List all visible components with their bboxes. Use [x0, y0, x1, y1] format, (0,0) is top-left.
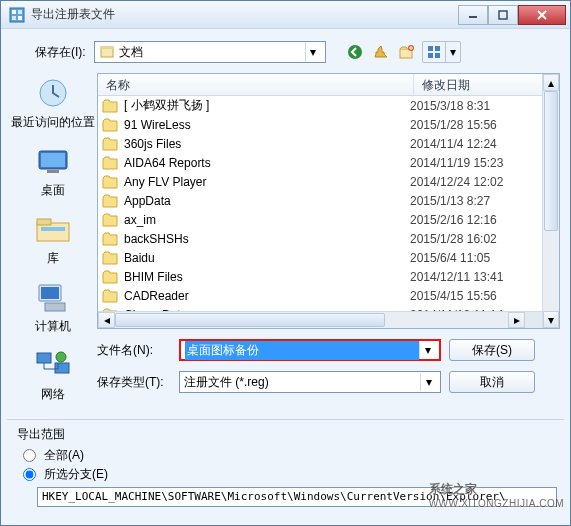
folder-icon	[102, 289, 118, 303]
list-item[interactable]: 91 WireLess2015/1/28 15:56	[98, 115, 542, 134]
list-header: 名称 修改日期	[98, 74, 542, 96]
list-item[interactable]: backSHSHs2015/1/28 16:02	[98, 229, 542, 248]
list-item[interactable]: AIDA64 Reports2014/11/19 15:23	[98, 153, 542, 172]
minimize-button[interactable]	[458, 5, 488, 25]
svg-rect-7	[101, 47, 113, 49]
filetype-label: 保存类型(T):	[97, 374, 171, 391]
scroll-up-icon[interactable]: ▴	[543, 74, 559, 91]
file-name: CADReader	[124, 289, 410, 303]
back-button[interactable]	[344, 41, 366, 63]
svg-rect-1	[12, 10, 16, 14]
window-title: 导出注册表文件	[31, 6, 458, 23]
svg-rect-17	[41, 153, 65, 167]
svg-rect-24	[45, 303, 65, 311]
col-date[interactable]: 修改日期	[414, 74, 542, 95]
folder-icon	[102, 99, 118, 113]
close-button[interactable]	[518, 5, 566, 25]
sidebar-item-network[interactable]: 网络	[11, 347, 95, 409]
file-date: 2015/1/28 15:56	[410, 118, 538, 132]
col-name[interactable]: 名称	[98, 74, 414, 95]
list-item[interactable]: 360js Files2014/11/4 12:24	[98, 134, 542, 153]
horizontal-scrollbar[interactable]: ◂ ▸	[98, 311, 542, 328]
file-date: 2015/6/4 11:05	[410, 251, 538, 265]
folder-icon	[102, 232, 118, 246]
places-sidebar: 最近访问的位置 桌面 库 计算机 网络	[11, 73, 95, 409]
file-name: ax_im	[124, 213, 410, 227]
chevron-down-icon[interactable]: ▾	[419, 341, 435, 359]
radio-all[interactable]: 全部(A)	[23, 447, 554, 464]
svg-rect-4	[18, 16, 22, 20]
vertical-scrollbar[interactable]: ▴ ▾	[542, 74, 559, 328]
svg-rect-14	[435, 53, 440, 58]
folder-icon	[102, 213, 118, 227]
chevron-down-icon[interactable]: ▾	[305, 42, 321, 62]
scroll-thumb-h[interactable]	[115, 313, 385, 327]
svg-rect-20	[37, 219, 51, 225]
folder-icon	[102, 118, 118, 132]
maximize-button[interactable]	[488, 5, 518, 25]
titlebar: 导出注册表文件	[1, 1, 570, 29]
chevron-down-icon[interactable]: ▾	[420, 373, 436, 391]
file-list: 名称 修改日期 [ 小鹤双拼飞扬 ]2015/3/18 8:3191 WireL…	[97, 73, 560, 329]
file-name: AppData	[124, 194, 410, 208]
libraries-icon	[33, 213, 73, 245]
svg-rect-13	[428, 53, 433, 58]
save-button[interactable]: 保存(S)	[449, 339, 535, 361]
list-item[interactable]: BHIM Files2014/12/11 13:41	[98, 267, 542, 286]
folder-icon	[102, 194, 118, 208]
file-date: 2014/11/19 15:23	[410, 156, 538, 170]
sidebar-item-recent[interactable]: 最近访问的位置	[11, 75, 95, 137]
new-folder-button[interactable]	[396, 41, 418, 63]
file-date: 2015/1/28 16:02	[410, 232, 538, 246]
filename-input[interactable]: 桌面图标备份 ▾	[179, 339, 441, 361]
svg-point-27	[56, 352, 66, 362]
dialog-window: 导出注册表文件 保存在(I): 文档 ▾ ▾	[0, 0, 571, 526]
folder-icon	[102, 251, 118, 265]
file-date: 2014/12/24 12:02	[410, 175, 538, 189]
svg-rect-18	[47, 170, 59, 173]
sidebar-item-libraries[interactable]: 库	[11, 211, 95, 273]
savein-value: 文档	[119, 44, 305, 61]
svg-rect-26	[55, 363, 69, 373]
export-range-label: 导出范围	[17, 426, 554, 443]
list-item[interactable]: CADReader2015/4/15 15:56	[98, 286, 542, 305]
scroll-thumb-v[interactable]	[544, 91, 558, 231]
svg-rect-3	[12, 16, 16, 20]
list-item[interactable]: AppData2015/1/13 8:27	[98, 191, 542, 210]
svg-rect-12	[435, 46, 440, 51]
up-button[interactable]	[370, 41, 392, 63]
list-item[interactable]: [ 小鹤双拼飞扬 ]2015/3/18 8:31	[98, 96, 542, 115]
sidebar-item-computer[interactable]: 计算机	[11, 279, 95, 341]
scroll-right-icon[interactable]: ▸	[508, 312, 525, 328]
view-mode-button[interactable]: ▾	[422, 41, 461, 63]
sidebar-item-desktop[interactable]: 桌面	[11, 143, 95, 205]
view-grid-icon	[423, 42, 446, 62]
cancel-button[interactable]: 取消	[449, 371, 535, 393]
savein-combo[interactable]: 文档 ▾	[94, 41, 326, 63]
file-name: BHIM Files	[124, 270, 410, 284]
filetype-combo[interactable]: 注册文件 (*.reg) ▾	[179, 371, 441, 393]
radio-all-input[interactable]	[23, 449, 36, 462]
file-date: 2015/2/16 12:16	[410, 213, 538, 227]
branch-path-input[interactable]: HKEY_LOCAL_MACHINE\SOFTWARE\Microsoft\Wi…	[37, 487, 557, 507]
list-item[interactable]: Baidu2015/6/4 11:05	[98, 248, 542, 267]
radio-selected-input[interactable]	[23, 468, 36, 481]
list-item[interactable]: Any FLV Player2014/12/24 12:02	[98, 172, 542, 191]
export-range-group: 导出范围 全部(A) 所选分支(E) HKEY_LOCAL_MACHINE\SO…	[17, 426, 554, 507]
filename-label: 文件名(N):	[97, 342, 171, 359]
folder-icon	[102, 137, 118, 151]
file-name: backSHSHs	[124, 232, 410, 246]
file-name: Any FLV Player	[124, 175, 410, 189]
list-item[interactable]: ax_im2015/2/16 12:16	[98, 210, 542, 229]
recent-icon	[33, 77, 73, 109]
svg-rect-5	[499, 11, 507, 19]
desktop-icon	[33, 145, 73, 177]
chevron-down-icon: ▾	[446, 42, 460, 62]
folder-icon	[102, 270, 118, 284]
radio-selected[interactable]: 所选分支(E)	[23, 466, 554, 483]
divider	[7, 419, 564, 420]
scroll-left-icon[interactable]: ◂	[98, 312, 115, 328]
scroll-down-icon[interactable]: ▾	[543, 311, 559, 328]
svg-rect-2	[18, 10, 22, 14]
file-date: 2014/11/4 12:24	[410, 137, 538, 151]
